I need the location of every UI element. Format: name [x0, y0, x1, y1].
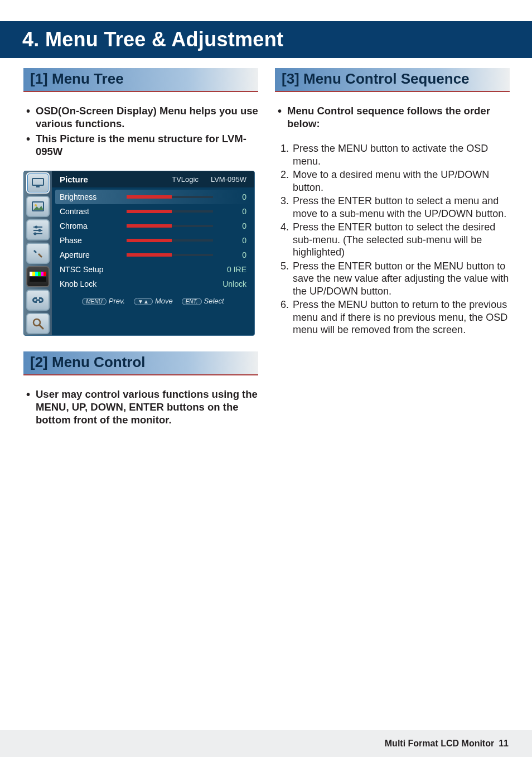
osd-sidebar	[24, 171, 52, 335]
tools-icon	[26, 243, 50, 264]
step-item: Press the ENTER button or the MENU butto…	[293, 260, 510, 298]
step-item: Press the MENU button to return to the p…	[293, 298, 510, 336]
svg-point-9	[34, 232, 37, 235]
osd-row-ntsc-setup: NTSC Setup 0 IRE	[52, 262, 254, 277]
osd-brand: TVLogic	[172, 175, 199, 184]
right-column: [3] Menu Control Sequence Menu Control s…	[275, 68, 510, 438]
osd-row-contrast: Contrast 0	[52, 204, 254, 219]
slider-icon	[127, 209, 213, 214]
step-item: Press the ENTER button to select a menu …	[293, 195, 510, 220]
osd-row-brightness: Brightness 0	[55, 190, 251, 204]
monitor-icon	[26, 172, 50, 194]
osd-hint-select: ENT.Select	[182, 297, 224, 305]
svg-point-7	[38, 229, 41, 232]
section-heading-menu-control-sequence: [3] Menu Control Sequence	[275, 68, 510, 92]
chapter-banner: 4. Menu Tree & Adjustment	[0, 21, 532, 58]
osd-footer-hints: MENUPrev. ▼▲Move ENT.Select	[52, 296, 254, 310]
osd-category-title: Picture	[60, 175, 172, 184]
step-item: Move to a desired menu with the UP/DOWN …	[293, 168, 510, 194]
page-body: [1] Menu Tree OSD(On-Screen Display) Men…	[0, 58, 532, 438]
osd-hint-move: ▼▲Move	[134, 297, 173, 305]
left-column: [1] Menu Tree OSD(On-Screen Display) Men…	[23, 68, 258, 438]
osd-row-knob-lock: Knob Lock Unlock	[52, 277, 254, 291]
bullet-item: OSD(On-Screen Display) Menu helps you us…	[26, 104, 258, 130]
step-item: Press the MENU button to activate the OS…	[293, 142, 510, 167]
link-icon	[26, 290, 50, 311]
svg-rect-0	[32, 179, 43, 185]
bullet-item: Menu Control sequence follows the order …	[277, 104, 510, 130]
page-footer: Multi Format LCD Monitor 11	[0, 730, 532, 757]
osd-row-chroma: Chroma 0	[52, 219, 254, 233]
bullet-item: User may control various functions using…	[26, 388, 258, 426]
search-icon	[26, 313, 50, 334]
slider-icon	[127, 224, 213, 228]
slider-icon	[127, 238, 213, 243]
bullet-item: This Picture is the menu structure for L…	[26, 132, 258, 158]
picture-icon	[26, 196, 50, 217]
svg-line-19	[40, 325, 43, 329]
svg-point-5	[35, 225, 38, 228]
osd-menu-screenshot: Picture TVLogic LVM-095W Brightness 0 Co…	[23, 171, 255, 336]
bullet-list-menu-tree: OSD(On-Screen Display) Menu helps you us…	[23, 104, 258, 158]
testpattern-icon	[26, 266, 50, 287]
slider-icon	[127, 195, 213, 199]
svg-rect-14	[41, 272, 43, 276]
osd-hint-prev: MENUPrev.	[82, 297, 125, 305]
slider-icon	[127, 253, 213, 257]
svg-rect-16	[30, 277, 46, 282]
osd-header: Picture TVLogic LVM-095W	[52, 171, 254, 187]
bullet-list-menu-control: User may control various functions using…	[23, 388, 258, 426]
svg-rect-13	[38, 272, 41, 276]
osd-row-aperture: Aperture 0	[52, 248, 254, 262]
svg-rect-11	[32, 272, 35, 276]
svg-rect-12	[35, 272, 38, 276]
osd-rows: Brightness 0 Contrast 0 Chroma 0	[52, 187, 254, 296]
page-number: 11	[499, 739, 509, 749]
svg-rect-15	[43, 272, 46, 276]
step-item: Press the ENTER button to select the des…	[293, 221, 510, 259]
section-heading-menu-tree: [1] Menu Tree	[23, 68, 258, 92]
osd-row-phase: Phase 0	[52, 233, 254, 248]
svg-point-3	[35, 204, 37, 206]
footer-label: Multi Format LCD Monitor	[385, 739, 494, 749]
section-heading-menu-control: [2] Menu Control	[23, 351, 258, 375]
chapter-title: 4. Menu Tree & Adjustment	[22, 28, 532, 51]
bullet-list-sequence: Menu Control sequence follows the order …	[275, 104, 510, 130]
svg-rect-1	[36, 186, 40, 187]
svg-rect-17	[36, 299, 40, 301]
osd-model: LVM-095W	[211, 175, 246, 184]
ordered-steps: Press the MENU button to activate the OS…	[275, 142, 510, 336]
sliders-icon	[26, 219, 50, 240]
svg-rect-10	[30, 272, 32, 276]
